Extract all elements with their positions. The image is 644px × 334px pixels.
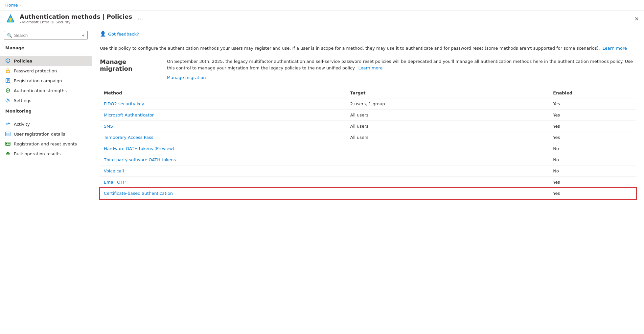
bulk-operation-label: Bulk operation results [14, 151, 61, 156]
settings-label: Settings [14, 98, 31, 103]
enabled-cell: Yes [549, 110, 636, 121]
app-icon [5, 13, 16, 24]
table-header-row: Method Target Enabled [100, 88, 636, 98]
manage-migration-link[interactable]: Manage migration [167, 75, 636, 80]
svg-rect-18 [6, 143, 7, 144]
migration-desc: On September 30th, 2025, the legacy mult… [167, 58, 636, 72]
svg-point-12 [7, 100, 9, 101]
enabled-cell: Yes [549, 188, 636, 199]
table-row[interactable]: Third-party software OATH tokens No [100, 154, 636, 166]
table-row[interactable]: Certificate-based authentication Yes [100, 188, 636, 199]
sidebar-item-bulk-operation[interactable]: Bulk operation results [0, 149, 92, 159]
migration-title: Manage migration [100, 58, 159, 80]
sidebar-item-auth-strengths[interactable]: Authentication strengths [0, 86, 92, 95]
method-cell[interactable]: Email OTP [100, 177, 346, 188]
target-cell [346, 177, 549, 188]
password-protection-label: Password protection [14, 68, 57, 73]
migration-desc-text: On September 30th, 2025, the legacy mult… [167, 59, 633, 71]
enabled-cell: No [549, 166, 636, 177]
feedback-icon: 👤 [100, 31, 106, 37]
close-button[interactable]: ✕ [634, 16, 639, 22]
search-input[interactable] [14, 33, 80, 38]
main-layout: 🔍 « Manage Policies Password protection … [0, 26, 644, 334]
method-cell[interactable]: Certificate-based authentication [100, 188, 346, 199]
sidebar-item-password-protection[interactable]: Password protection [0, 66, 92, 76]
registration-icon [5, 78, 11, 83]
target-cell [346, 154, 549, 166]
method-cell[interactable]: Third-party software OATH tokens [100, 154, 346, 166]
page-subtitle: - Microsoft Entra ID Security [20, 20, 132, 24]
title-text: Authentication methods | Policies - Micr… [20, 13, 132, 24]
enabled-cell: Yes [549, 132, 636, 143]
collapse-icon[interactable]: « [82, 33, 85, 38]
sidebar-item-activity[interactable]: Activity [0, 119, 92, 129]
enabled-cell: Yes [549, 98, 636, 110]
table-row[interactable]: Email OTP Yes [100, 177, 636, 188]
target-cell [346, 188, 549, 199]
method-cell[interactable]: SMS [100, 121, 346, 132]
migration-content: On September 30th, 2025, the legacy mult… [167, 58, 636, 80]
table-row[interactable]: Voice call No [100, 166, 636, 177]
svg-point-7 [8, 71, 8, 72]
password-icon [5, 68, 11, 73]
table-row[interactable]: SMS All users Yes [100, 121, 636, 132]
enabled-cell: Yes [549, 177, 636, 188]
table-row[interactable]: FIDO2 security key 2 users, 1 group Yes [100, 98, 636, 110]
enabled-cell: Yes [549, 121, 636, 132]
method-cell[interactable]: FIDO2 security key [100, 98, 346, 110]
svg-rect-15 [8, 133, 10, 134]
enabled-cell: No [549, 154, 636, 166]
ellipsis-button[interactable]: ··· [137, 15, 143, 22]
policies-icon [5, 58, 11, 64]
learn-more-migration-link[interactable]: Learn more [358, 65, 382, 70]
reg-reset-label: Registration and reset events [14, 141, 77, 146]
sidebar-item-user-registration[interactable]: User registration details [0, 129, 92, 139]
registration-campaign-label: Registration campaign [14, 78, 62, 83]
table-row[interactable]: Temporary Access Pass All users Yes [100, 132, 636, 143]
target-cell: All users [346, 110, 549, 121]
target-cell: 2 users, 1 group [346, 98, 549, 110]
policy-desc-text: Use this policy to configure the authent… [100, 46, 600, 51]
migration-section: Manage migration On September 30th, 2025… [100, 58, 636, 80]
monitoring-divider [4, 117, 88, 117]
svg-point-5 [8, 62, 8, 63]
top-bar: Home › [0, 0, 644, 11]
sidebar-item-reg-reset[interactable]: Registration and reset events [0, 139, 92, 149]
col-method-header: Method [100, 88, 346, 98]
sidebar-item-registration-campaign[interactable]: Registration campaign [0, 76, 92, 86]
auth-strengths-label: Authentication strengths [14, 88, 67, 93]
svg-rect-14 [6, 133, 8, 135]
table-row[interactable]: Microsoft Authenticator All users Yes [100, 110, 636, 121]
page-title: Authentication methods | Policies [20, 13, 132, 20]
feedback-label[interactable]: Got feedback? [108, 32, 139, 37]
target-cell [346, 143, 549, 154]
learn-more-policy-link[interactable]: Learn more [603, 46, 627, 51]
sidebar-item-settings[interactable]: Settings [0, 95, 92, 105]
search-icon: 🔍 [7, 33, 12, 38]
title-row: Authentication methods | Policies - Micr… [0, 11, 644, 26]
manage-divider [4, 54, 88, 54]
methods-table: Method Target Enabled FIDO2 security key… [100, 88, 636, 199]
shield-icon [5, 88, 11, 93]
bulk-icon [5, 151, 11, 156]
sidebar-item-policies[interactable]: Policies [0, 56, 92, 66]
activity-icon [5, 121, 11, 127]
policy-description: Use this policy to configure the authent… [100, 45, 636, 52]
method-cell[interactable]: Temporary Access Pass [100, 132, 346, 143]
col-target-header: Target [346, 88, 549, 98]
col-enabled-header: Enabled [549, 88, 636, 98]
policies-label: Policies [14, 59, 32, 64]
user-registration-label: User registration details [14, 132, 65, 137]
enabled-cell: No [549, 143, 636, 154]
user-reg-icon [5, 131, 11, 137]
method-cell[interactable]: Voice call [100, 166, 346, 177]
search-box[interactable]: 🔍 « [4, 31, 88, 39]
target-cell: All users [346, 132, 549, 143]
home-link[interactable]: Home [5, 3, 18, 8]
method-cell[interactable]: Hardware OATH tokens (Preview) [100, 143, 346, 154]
breadcrumb: Home › [5, 3, 21, 8]
method-cell[interactable]: Microsoft Authenticator [100, 110, 346, 121]
svg-rect-16 [8, 134, 10, 135]
svg-rect-19 [8, 143, 9, 144]
table-row[interactable]: Hardware OATH tokens (Preview) No [100, 143, 636, 154]
